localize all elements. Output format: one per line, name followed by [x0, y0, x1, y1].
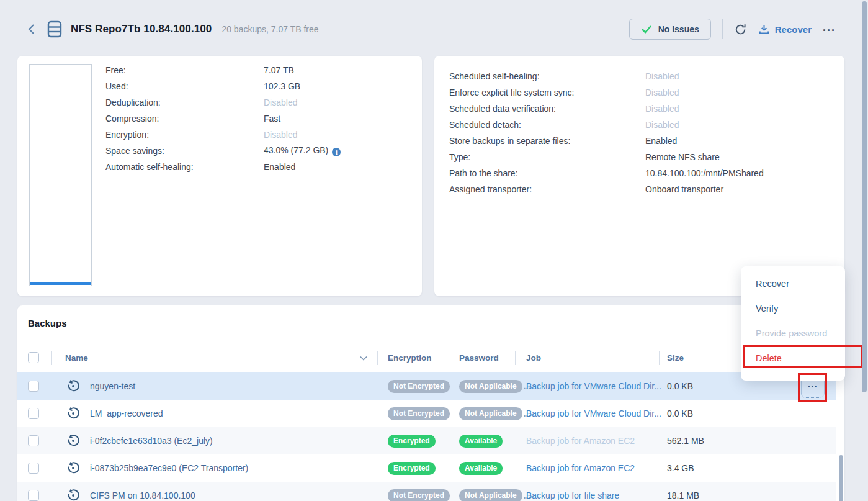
backup-name-link[interactable]: nguyen-test: [90, 381, 135, 391]
settings-summary-panel: Scheduled self-healing:Disabled Enforce …: [434, 56, 844, 296]
refresh-button[interactable]: [734, 23, 747, 36]
job-link[interactable]: Backup job for Amazon EC2: [526, 463, 635, 473]
value-path: 10.84.100.100:/mnt/PMShared: [645, 168, 764, 178]
job-link[interactable]: Backup job for VMware Cloud Dir...: [526, 408, 661, 418]
backup-restore-icon: [66, 434, 80, 449]
password-badge: Not Applicable: [459, 489, 522, 501]
column-header-size[interactable]: Size: [667, 343, 684, 372]
backup-restore-icon: [66, 407, 80, 422]
value-space-savings: 43.0% (77.2 GB)i: [264, 145, 341, 157]
no-issues-button[interactable]: No Issues: [629, 19, 711, 40]
backups-panel: Backups Name Encryption Password Job Siz…: [17, 305, 844, 501]
backup-size: 0.0 KB: [667, 381, 693, 391]
encryption-badge: Encrypted: [388, 435, 436, 448]
label-separate-files: Store backups in separate files:: [449, 136, 645, 146]
back-button[interactable]: [25, 22, 38, 36]
label-encryption: Encryption:: [105, 130, 264, 140]
backup-restore-icon: [66, 489, 80, 501]
column-header-encryption[interactable]: Encryption: [388, 343, 432, 372]
backup-size: 3.4 GB: [667, 463, 694, 473]
sort-chevron-down-icon[interactable]: [360, 356, 367, 361]
label-scheduled-detach: Scheduled detach:: [449, 120, 645, 130]
label-space-savings: Space savings:: [105, 146, 264, 156]
backup-name-link[interactable]: i-0873b25b9ea7ec9e0 (EC2 Transporter): [90, 463, 248, 473]
job-link[interactable]: Backup job for VMware Cloud Dir...: [526, 381, 661, 391]
password-badge: Available: [459, 462, 503, 475]
row-checkbox[interactable]: [28, 408, 39, 419]
chevron-left-icon: [27, 24, 36, 35]
recover-button[interactable]: Recover: [758, 24, 812, 35]
label-auto-self-healing: Automatic self-healing:: [105, 162, 264, 172]
value-encryption: Disabled: [264, 130, 297, 140]
label-enforce-sync: Enforce explicit file system sync:: [449, 88, 645, 97]
table-row[interactable]: i-0f2cbefe1e63d10a3 (Ec2_july) Encrypted…: [17, 427, 836, 454]
menu-item-provide-password: Provide password: [741, 321, 845, 346]
backup-restore-icon: [66, 461, 80, 477]
row-checkbox[interactable]: [28, 435, 39, 446]
value-type: Remote NFS share: [645, 152, 720, 162]
job-link[interactable]: Backup job for file share: [526, 490, 619, 500]
value-auto-self-healing: Enabled: [264, 162, 295, 172]
password-badge: Available: [459, 435, 503, 448]
job-link[interactable]: Backup job for Amazon EC2: [526, 436, 635, 446]
value-used: 102.3 GB: [264, 81, 300, 91]
table-row[interactable]: i-0873b25b9ea7ec9e0 (EC2 Transporter) En…: [17, 454, 836, 482]
column-header-job[interactable]: Job: [526, 343, 541, 372]
backup-name-link[interactable]: LM_app-recovered: [90, 408, 163, 418]
backups-table-header: Name Encryption Password Job Size: [17, 343, 836, 372]
info-icon[interactable]: i: [332, 148, 341, 156]
backup-name-link[interactable]: i-0f2cbefe1e63d10a3 (Ec2_july): [90, 436, 213, 446]
header-actions: No Issues Recover ...: [629, 18, 836, 40]
password-badge: Not Applicable: [459, 407, 522, 420]
storage-summary-panel: Free:7.07 TB Used:102.3 GB Deduplication…: [17, 56, 422, 296]
menu-item-delete[interactable]: Delete: [741, 346, 845, 371]
page-scrollbar-thumb[interactable]: [862, 1, 867, 392]
backups-title: Backups: [28, 318, 67, 328]
label-used: Used:: [105, 81, 264, 91]
refresh-icon: [734, 23, 747, 36]
value-assigned-transporter: Onboard transporter: [645, 184, 723, 194]
row-checkbox[interactable]: [28, 490, 39, 501]
storage-summary-list: Free:7.07 TB Used:102.3 GB Deduplication…: [105, 62, 416, 175]
value-free: 7.07 TB: [264, 65, 294, 75]
column-header-name[interactable]: Name: [65, 343, 88, 372]
backup-size: 562.1 MB: [667, 436, 704, 446]
repository-icon: [47, 20, 62, 38]
row-checkbox[interactable]: [28, 381, 39, 392]
repository-header: NFS Repo7Tb 10.84.100.100 20 backups, 7.…: [25, 17, 319, 41]
settings-summary-list: Scheduled self-healing:Disabled Enforce …: [449, 68, 838, 197]
recover-label: Recover: [775, 24, 812, 35]
table-row[interactable]: CIFS PM on 10.84.100.100 Not Encrypted N…: [17, 482, 836, 501]
row-checkbox[interactable]: [28, 463, 39, 474]
page-subtitle: 20 backups, 7.07 TB free: [221, 24, 318, 34]
backup-size: 18.1 MB: [667, 490, 699, 500]
column-header-password[interactable]: Password: [459, 343, 499, 372]
table-row[interactable]: nguyen-test Not Encrypted Not Applicable…: [17, 372, 836, 400]
value-enforce-sync: Disabled: [645, 88, 679, 97]
check-icon: [641, 25, 652, 34]
password-badge: Not Applicable: [459, 380, 522, 393]
row-context-menu: Recover Verify Provide password Delete: [741, 266, 845, 381]
page-title: NFS Repo7Tb 10.84.100.100: [71, 23, 212, 35]
encryption-badge: Not Encrypted: [388, 407, 450, 420]
value-deduplication: Disabled: [264, 97, 297, 107]
backups-scrollbar-thumb[interactable]: [839, 455, 843, 501]
label-scheduled-self-healing: Scheduled self-healing:: [449, 71, 645, 81]
storage-gauge-used-fill: [30, 282, 91, 285]
label-assigned-transporter: Assigned transporter:: [449, 184, 645, 194]
backup-name-link[interactable]: CIFS PM on 10.84.100.100: [90, 490, 195, 500]
menu-item-verify[interactable]: Verify: [741, 296, 845, 321]
label-deduplication: Deduplication:: [105, 97, 264, 107]
storage-gauge: [29, 64, 92, 286]
label-path: Path to the share:: [449, 168, 645, 178]
label-compression: Compression:: [105, 114, 264, 124]
backup-size: 0.0 KB: [667, 408, 693, 418]
header-more-button[interactable]: ...: [823, 21, 836, 38]
select-all-checkbox[interactable]: [28, 352, 39, 363]
menu-item-recover[interactable]: Recover: [741, 271, 845, 296]
value-scheduled-self-healing: Disabled: [645, 71, 679, 81]
label-free: Free:: [105, 65, 264, 75]
table-row[interactable]: LM_app-recovered Not Encrypted Not Appli…: [17, 400, 836, 427]
value-scheduled-verification: Disabled: [645, 104, 679, 114]
header-divider: [722, 19, 723, 39]
